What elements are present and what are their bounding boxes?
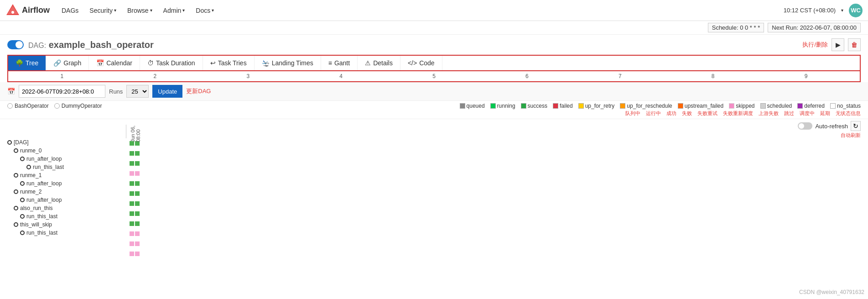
sq-runafter1-1[interactable] [130, 161, 134, 166]
sq-runafter3-2[interactable] [135, 211, 140, 216]
tab-code[interactable]: </> Code [400, 56, 442, 70]
svg-point-2 [11, 11, 14, 14]
squares-run-after-3 [126, 209, 861, 219]
operator-filter: BashOperator DummyOperator [7, 103, 102, 109]
sq-runme0-1[interactable] [130, 151, 134, 156]
nav-dags[interactable]: DAGs [57, 5, 83, 16]
logo[interactable]: Airflow [5, 3, 50, 18]
legend-section: queued running success failed up_for_ret… [460, 103, 861, 117]
nav-browse[interactable]: Browse ▾ [123, 5, 157, 16]
nav-docs[interactable]: Docs ▾ [191, 5, 218, 16]
sq-runafter1-2[interactable] [135, 161, 140, 166]
run-after-label-3: run_after_loop [26, 197, 62, 203]
time-chevron-icon: ▾ [841, 8, 843, 13]
skipped-color [729, 103, 734, 109]
brand-name: Airflow [22, 5, 50, 15]
radio-bash[interactable] [7, 103, 13, 109]
sq-runme2-1[interactable] [130, 201, 134, 206]
tab-num-6: 6 [480, 73, 573, 79]
sub-retry: 失败重试 [697, 110, 717, 117]
duration-icon: ⏱ [147, 59, 154, 67]
sq-rtl2-2[interactable] [135, 231, 140, 236]
calendar-small-icon: 📅 [7, 88, 15, 95]
update-button[interactable]: Update [152, 85, 182, 98]
sq-skip-2[interactable] [135, 241, 140, 246]
nav-admin[interactable]: Admin ▾ [159, 5, 190, 16]
sub-scheduled: 调度中 [800, 110, 815, 117]
sq-runme1-2[interactable] [135, 181, 140, 186]
runme2-label: runme_2 [20, 189, 42, 195]
tab-task-duration[interactable]: ⏱ Task Duration [140, 56, 203, 70]
tab-num-2: 2 [109, 73, 202, 79]
deferred-color [797, 103, 803, 109]
refresh-button[interactable]: ↻ [851, 121, 861, 131]
gantt-icon: ≡ [328, 59, 332, 67]
tree-node-run-after-loop-3[interactable]: run_after_loop [20, 196, 126, 204]
update-hint: 更新DAG [186, 87, 211, 95]
sq-runafter2-2[interactable] [135, 191, 140, 196]
operator-dummy[interactable]: DummyOperator [54, 103, 102, 109]
tree-node-runme2[interactable]: runme_2 [14, 188, 126, 196]
tab-tree[interactable]: 🌳 Tree [8, 56, 46, 70]
tab-graph[interactable]: 🔗 Graph [46, 56, 89, 70]
legend-running: running [490, 103, 515, 109]
middle-section: BashOperator DummyOperator queued runnin… [0, 101, 868, 119]
sq-skip-1[interactable] [130, 241, 134, 246]
tab-task-tries[interactable]: ↩ Task Tries [203, 56, 255, 70]
tree-node-run-this-last-1[interactable]: run_this_last [26, 163, 126, 171]
tree-node-run-this-last-3[interactable]: run_this_last [20, 229, 126, 237]
radio-dummy[interactable] [54, 103, 60, 109]
legend-up-for-retry: up_for_retry [578, 103, 615, 109]
sq-runafter2-1[interactable] [130, 191, 134, 196]
tree-node-dag[interactable]: [DAG] [7, 138, 126, 147]
sq-runme1-1[interactable] [130, 181, 134, 186]
actions-label: 执行/删除 [802, 41, 828, 49]
tree-node-runme0[interactable]: runme_0 [14, 147, 126, 155]
tree-node-also-run-this[interactable]: also_run_this [14, 204, 126, 212]
landing-icon: 🛬 [262, 59, 270, 67]
tab-calendar[interactable]: 📅 Calendar [89, 56, 140, 70]
sq-runme0-2[interactable] [135, 151, 140, 156]
tab-gantt[interactable]: ≡ Gantt [321, 56, 358, 70]
runs-select[interactable]: 25 10 50 [126, 85, 149, 98]
operator-bash[interactable]: BashOperator [7, 103, 49, 109]
tree-node-this-will-skip[interactable]: this_will_skip [14, 220, 126, 229]
tab-num-8: 8 [666, 73, 759, 79]
tree-node-run-after-loop-1[interactable]: run_after_loop [20, 155, 126, 163]
tab-landing-times[interactable]: 🛬 Landing Times [255, 56, 321, 70]
play-button[interactable]: ▶ [832, 38, 844, 51]
sq-also-1[interactable] [130, 221, 134, 226]
sq-rtl1-1[interactable] [130, 171, 134, 176]
tree-node-run-after-loop-2[interactable]: run_after_loop [20, 179, 126, 188]
squares-runme2 [126, 199, 861, 209]
sq-rtl3-2[interactable] [135, 252, 140, 256]
runme1-label: runme_1 [20, 172, 42, 178]
tries-icon: ↩ [210, 59, 216, 67]
tab-num-4: 4 [295, 73, 388, 79]
delete-button[interactable]: 🗑 [848, 38, 861, 51]
legend-upstream-failed: upstream_failed [678, 103, 723, 109]
tree-icon: 🌳 [16, 59, 23, 67]
retry-color [578, 103, 584, 109]
sq-runafter3-1[interactable] [130, 211, 134, 216]
nav-security[interactable]: Security ▾ [85, 5, 121, 16]
legend-failed: failed [553, 103, 573, 109]
auto-refresh-toggle[interactable] [798, 122, 812, 130]
sq-also-2[interactable] [135, 221, 140, 226]
reschedule-color [620, 103, 625, 109]
tree-node-run-this-last-2[interactable]: run_this_last [20, 212, 126, 220]
sq-rtl1-2[interactable] [135, 171, 140, 176]
squares-runme1 [126, 178, 861, 189]
tree-node-runme1[interactable]: runme_1 [14, 171, 126, 179]
dag-toggle[interactable] [7, 40, 24, 49]
sq-rtl2-1[interactable] [130, 231, 134, 236]
run-this-last-label-2: run_this_last [26, 213, 57, 220]
avatar[interactable]: WC [849, 4, 863, 17]
dag-circle [7, 140, 12, 145]
tab-details[interactable]: ⚠ Details [358, 56, 400, 70]
sq-rtl3-1[interactable] [130, 252, 134, 256]
squares-run-this-last-3 [126, 249, 861, 259]
timeline-date-header: Jun 06, 08:00 [126, 125, 861, 138]
sq-runme2-2[interactable] [135, 201, 140, 206]
date-input[interactable] [19, 85, 105, 98]
